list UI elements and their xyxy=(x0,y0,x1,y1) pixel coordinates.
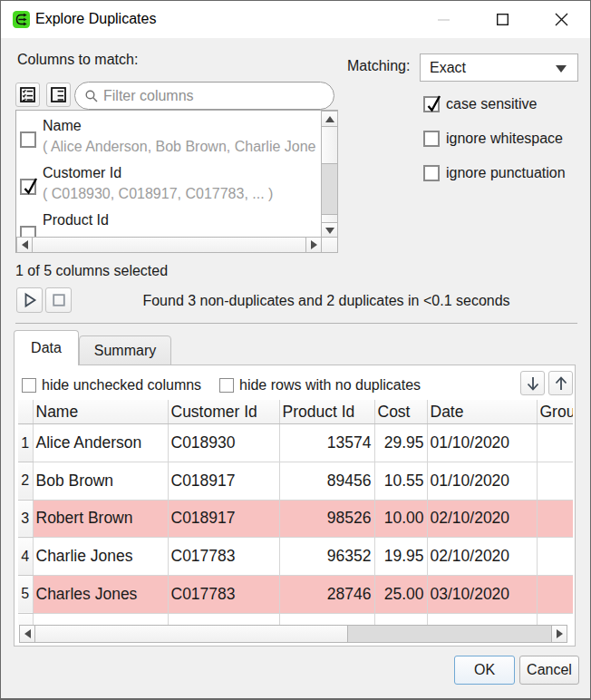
cell-customer-id[interactable]: C018917 xyxy=(168,462,279,500)
run-button[interactable] xyxy=(16,287,43,313)
cell-date[interactable]: 01/10/2020 xyxy=(427,462,537,500)
cell-product-id[interactable]: 13574 xyxy=(279,424,374,462)
column-checkbox-customer-id[interactable] xyxy=(20,179,36,195)
cell-cost[interactable]: 10.00 xyxy=(374,500,427,538)
column-header-cost[interactable]: Cost xyxy=(374,400,427,424)
cell-group[interactable] xyxy=(537,500,573,538)
hide-unchecked-columns-checkbox[interactable] xyxy=(22,378,36,393)
column-header-product-id[interactable]: Product Id xyxy=(279,400,374,424)
table-hscroll-track[interactable] xyxy=(34,625,348,643)
column-checkbox-name[interactable] xyxy=(20,131,36,148)
cell-product-id[interactable]: 28746 xyxy=(279,575,374,613)
cell-group[interactable] xyxy=(537,424,573,462)
hide-rows-no-duplicates-checkbox[interactable] xyxy=(219,378,234,393)
cell-date[interactable]: 03/10/2020 xyxy=(427,575,537,613)
column-header-group[interactable]: Group xyxy=(537,400,573,424)
cell-product-id[interactable]: 89456 xyxy=(279,462,374,500)
cell-product-id[interactable]: 96352 xyxy=(279,538,374,576)
list-vscroll-thumb[interactable] xyxy=(321,163,338,215)
cell-customer-id[interactable]: C018917 xyxy=(168,500,279,538)
ignore-punctuation-option[interactable]: ignore punctuation xyxy=(423,165,566,181)
case-sensitive-checkbox[interactable] xyxy=(423,96,440,112)
ignore-whitespace-option[interactable]: ignore whitespace xyxy=(423,131,563,147)
column-label: Customer Id xyxy=(43,165,121,181)
table-header-row: Name Customer Id Product Id Cost Date Gr… xyxy=(18,400,573,424)
cell-name[interactable]: Alice Anderson xyxy=(33,424,168,462)
right-arrow-icon xyxy=(311,240,317,249)
move-up-button[interactable] xyxy=(548,371,573,395)
cell-group[interactable] xyxy=(537,462,573,500)
column-header-customer-id[interactable]: Customer Id xyxy=(168,400,279,424)
cell-cost[interactable]: 25.00 xyxy=(374,575,427,613)
columns-list: Name ( Alice Anderson, Bob Brown, Charli… xyxy=(15,110,338,253)
row-number[interactable]: 1 xyxy=(18,424,33,462)
empty-cell xyxy=(279,613,374,625)
cell-date[interactable]: 02/10/2020 xyxy=(427,500,537,538)
empty-cell xyxy=(33,613,168,625)
column-header-name[interactable]: Name xyxy=(33,400,168,424)
column-checkbox-product-id[interactable] xyxy=(20,226,36,237)
column-header-date[interactable]: Date xyxy=(427,400,537,424)
row-number[interactable]: 5 xyxy=(18,575,33,613)
minimize-button[interactable] xyxy=(422,1,464,38)
ignore-punctuation-checkbox[interactable] xyxy=(423,165,440,181)
cell-date[interactable]: 01/10/2020 xyxy=(427,424,537,462)
table-row[interactable]: 2 Bob Brown C018917 89456 10.55 01/10/20… xyxy=(18,462,573,500)
results-table: Name Customer Id Product Id Cost Date Gr… xyxy=(18,400,573,625)
column-item-name[interactable]: Name ( Alice Anderson, Bob Brown, Charli… xyxy=(16,116,321,163)
list-scroll-up-button[interactable] xyxy=(321,111,338,127)
list-hscroll-thumb[interactable] xyxy=(32,237,306,253)
cell-cost[interactable]: 19.95 xyxy=(374,538,427,576)
cell-customer-id[interactable]: C018930 xyxy=(168,424,279,462)
column-item-customer-id[interactable]: Customer Id ( C018930, C018917, C017783,… xyxy=(16,163,321,210)
play-icon xyxy=(22,292,38,308)
stop-button[interactable] xyxy=(45,287,72,313)
cell-name[interactable]: Charles Jones xyxy=(33,575,168,613)
table-row[interactable]: 1 Alice Anderson C018930 13574 29.95 01/… xyxy=(18,424,573,462)
app-logo-icon xyxy=(13,11,30,28)
row-number[interactable]: 3 xyxy=(18,500,33,538)
hide-rows-no-duplicates-option[interactable]: hide rows with no duplicates xyxy=(219,377,421,394)
cancel-button[interactable]: Cancel xyxy=(519,656,579,685)
list-vscroll-track[interactable] xyxy=(321,126,338,164)
uncheck-all-button[interactable] xyxy=(46,83,71,107)
uncheck-all-icon xyxy=(51,87,66,102)
list-scroll-left-button[interactable] xyxy=(16,237,33,253)
cell-name[interactable]: Charlie Jones xyxy=(33,538,168,576)
column-item-product-id[interactable]: Product Id xyxy=(16,210,321,237)
ok-button[interactable]: OK xyxy=(454,656,515,685)
table-corner[interactable] xyxy=(18,400,33,424)
case-sensitive-option[interactable]: case sensitive xyxy=(423,96,538,112)
matching-select[interactable]: Exact xyxy=(420,53,578,82)
cell-group[interactable] xyxy=(537,575,573,613)
table-scroll-right-button[interactable] xyxy=(551,625,567,643)
list-scroll-right-button[interactable] xyxy=(305,237,322,253)
cell-group[interactable] xyxy=(537,538,573,576)
checkmark-icon xyxy=(22,176,40,196)
tab-summary[interactable]: Summary xyxy=(79,335,171,365)
cell-cost[interactable]: 10.55 xyxy=(374,462,427,500)
cell-customer-id[interactable]: C017783 xyxy=(168,575,279,613)
check-all-button[interactable] xyxy=(15,83,40,107)
table-row-duplicate[interactable]: 5 Charles Jones C017783 28746 25.00 03/1… xyxy=(18,575,573,613)
ignore-whitespace-checkbox[interactable] xyxy=(423,131,440,147)
cell-customer-id[interactable]: C017783 xyxy=(168,538,279,576)
title-bar[interactable]: Explore Duplicates xyxy=(1,1,590,38)
filter-columns-input[interactable] xyxy=(103,88,312,104)
table-row-duplicate[interactable]: 3 Robert Brown C018917 98526 10.00 02/10… xyxy=(18,500,573,538)
row-number[interactable]: 4 xyxy=(18,538,33,576)
maximize-button[interactable] xyxy=(481,1,523,38)
table-scroll-left-button[interactable] xyxy=(19,625,35,643)
tab-data[interactable]: Data xyxy=(14,330,79,365)
cell-date[interactable]: 02/10/2020 xyxy=(427,538,537,576)
cell-name[interactable]: Robert Brown xyxy=(33,500,168,538)
move-down-button[interactable] xyxy=(520,371,545,395)
cell-cost[interactable]: 29.95 xyxy=(374,424,427,462)
hide-unchecked-columns-option[interactable]: hide unchecked columns xyxy=(22,377,201,394)
close-button[interactable] xyxy=(540,1,582,38)
row-number[interactable]: 2 xyxy=(18,462,33,500)
cell-name[interactable]: Bob Brown xyxy=(33,462,168,500)
cell-product-id[interactable]: 98526 xyxy=(279,500,374,538)
table-row[interactable]: 4 Charlie Jones C017783 96352 19.95 02/1… xyxy=(18,538,573,576)
table-hscroll-thumb[interactable] xyxy=(347,625,552,643)
